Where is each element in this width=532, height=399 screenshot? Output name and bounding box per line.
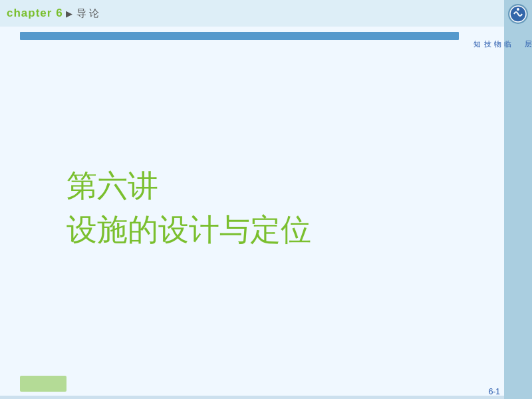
main-content: 第六讲 设施的设计与定位 [0,27,504,396]
svg-point-1 [517,8,519,11]
logo-icon [508,4,528,24]
top-bar: chapter 6 ▶ 导 论 [0,0,504,27]
nav-label: 导 论 [76,7,99,20]
arrow-icon: ▶ [66,9,72,19]
right-sidebar: 亮明级层临物技知 [504,0,532,399]
slide-title-line2: 设施的设计与定位 [66,211,451,248]
sidebar-text-block: 亮明级层临物技知 [472,35,532,36]
bottom-accent-box [20,376,66,392]
page-number: 6-1 [489,387,500,396]
bottom-area [0,376,504,396]
slide-title-line1: 第六讲 [66,168,451,204]
chapter-title: chapter 6 [7,7,63,20]
top-accent-bar [20,32,459,40]
slide-area: 第六讲 设施的设计与定位 [0,40,504,376]
